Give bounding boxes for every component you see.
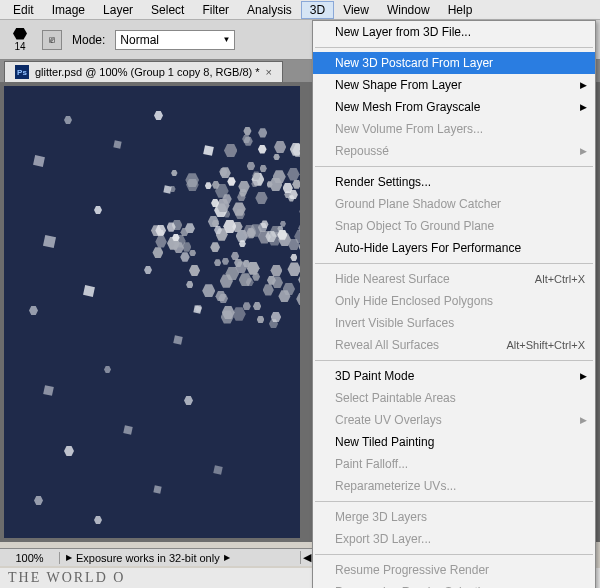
blend-mode-select[interactable]: Normal ▼ — [115, 30, 235, 50]
brush-panel-toggle[interactable]: ⎚ — [42, 30, 62, 50]
menu-item-select-paintable-areas: Select Paintable Areas — [313, 387, 595, 409]
menu-window[interactable]: Window — [378, 1, 439, 19]
menu-item-only-hide-enclosed-polygons: Only Hide Enclosed Polygons — [313, 290, 595, 312]
menu-item-new-layer-from-3d-file[interactable]: New Layer from 3D File... — [313, 21, 595, 43]
menu-item-new-shape-from-layer[interactable]: New Shape From Layer▶ — [313, 74, 595, 96]
menu-item-export-3d-layer: Export 3D Layer... — [313, 528, 595, 550]
menu-item-label: Hide Nearest Surface — [335, 272, 450, 286]
menu-item-new-volume-from-layers: New Volume From Layers... — [313, 118, 595, 140]
scroll-left-icon[interactable]: ◀ — [300, 551, 312, 564]
menu-3d[interactable]: 3D — [301, 1, 334, 19]
menu-item-label: New Tiled Painting — [335, 435, 434, 449]
glitter-dot — [43, 235, 56, 248]
brush-preset-picker[interactable]: 14 — [8, 28, 32, 52]
menu-item-label: Reveal All Surfaces — [335, 338, 439, 352]
menu-3d-dropdown: New Layer from 3D File...New 3D Postcard… — [312, 20, 596, 588]
document-tab-title: glitter.psd @ 100% (Group 1 copy 8, RGB/… — [35, 66, 260, 78]
brush-size-label: 14 — [14, 41, 25, 52]
glitter-dot — [64, 446, 74, 456]
menu-bar: EditImageLayerSelectFilterAnalysis3DView… — [0, 0, 600, 20]
submenu-arrow-icon: ▶ — [580, 371, 587, 381]
document-tab[interactable]: Ps glitter.psd @ 100% (Group 1 copy 8, R… — [4, 61, 283, 82]
glitter-dot — [94, 516, 102, 524]
menu-item-hide-nearest-surface: Hide Nearest SurfaceAlt+Ctrl+X — [313, 268, 595, 290]
glitter-dot — [163, 185, 171, 193]
glitter-dot — [213, 465, 222, 474]
submenu-arrow-icon: ▶ — [580, 80, 587, 90]
menu-shortcut: Alt+Ctrl+X — [535, 273, 585, 285]
menu-layer[interactable]: Layer — [94, 1, 142, 19]
menu-item-reparameterize-uvs: Reparameterize UVs... — [313, 475, 595, 497]
menu-select[interactable]: Select — [142, 1, 193, 19]
menu-edit[interactable]: Edit — [4, 1, 43, 19]
menu-item-label: New Mesh From Grayscale — [335, 100, 480, 114]
menu-separator — [315, 501, 593, 502]
status-bar: 100% ▶ Exposure works in 32-bit only ▶ ◀ — [0, 548, 312, 566]
glitter-dot — [123, 425, 132, 434]
hexagon-brush-icon — [13, 28, 27, 40]
menu-help[interactable]: Help — [439, 1, 482, 19]
menu-item-render-settings[interactable]: Render Settings... — [313, 171, 595, 193]
glitter-dot — [29, 306, 38, 315]
menu-analysis[interactable]: Analysis — [238, 1, 301, 19]
menu-item-label: Render Settings... — [335, 175, 431, 189]
menu-item-label: New Shape From Layer — [335, 78, 462, 92]
menu-item-label: Repoussé — [335, 144, 389, 158]
menu-separator — [315, 166, 593, 167]
menu-item-paint-falloff: Paint Falloff... — [313, 453, 595, 475]
status-message: Exposure works in 32-bit only — [76, 552, 220, 564]
menu-item-label: Paint Falloff... — [335, 457, 408, 471]
triangle-right-icon: ▶ — [224, 553, 230, 562]
menu-item-label: Create UV Overlays — [335, 413, 442, 427]
menu-item-create-uv-overlays: Create UV Overlays▶ — [313, 409, 595, 431]
menu-item-auto-hide-layers-for-performance[interactable]: Auto-Hide Layers For Performance — [313, 237, 595, 259]
status-message-area[interactable]: ▶ Exposure works in 32-bit only ▶ — [60, 552, 300, 564]
menu-item-label: Merge 3D Layers — [335, 510, 427, 524]
glitter-dot — [203, 145, 214, 156]
menu-item-merge-3d-layers: Merge 3D Layers — [313, 506, 595, 528]
glitter-dot — [184, 396, 193, 405]
menu-separator — [315, 554, 593, 555]
menu-separator — [315, 360, 593, 361]
glitter-dot — [104, 366, 111, 373]
blend-mode-value: Normal — [120, 33, 159, 47]
menu-item-label: Only Hide Enclosed Polygons — [335, 294, 493, 308]
glitter-dot — [83, 285, 95, 297]
menu-item-label: Snap Object To Ground Plane — [335, 219, 494, 233]
zoom-level[interactable]: 100% — [0, 552, 60, 564]
photoshop-file-icon: Ps — [15, 65, 29, 79]
menu-image[interactable]: Image — [43, 1, 94, 19]
menu-item-label: Auto-Hide Layers For Performance — [335, 241, 521, 255]
glitter-dot — [173, 335, 182, 344]
triangle-right-icon: ▶ — [66, 553, 72, 562]
glitter-dot — [113, 140, 121, 148]
menu-item-label: 3D Paint Mode — [335, 369, 414, 383]
menu-item-invert-visible-surfaces: Invert Visible Surfaces — [313, 312, 595, 334]
chevron-down-icon: ▼ — [222, 35, 230, 44]
menu-shortcut: Alt+Shift+Ctrl+X — [506, 339, 585, 351]
menu-item-new-3d-postcard-from-layer[interactable]: New 3D Postcard From Layer — [313, 52, 595, 74]
glitter-dot — [33, 155, 45, 167]
menu-item-resume-progressive-render: Resume Progressive Render — [313, 559, 595, 581]
submenu-arrow-icon: ▶ — [580, 415, 587, 425]
close-icon[interactable]: × — [266, 66, 272, 78]
menu-item-label: New Volume From Layers... — [335, 122, 483, 136]
menu-filter[interactable]: Filter — [193, 1, 238, 19]
glitter-dot — [64, 116, 72, 124]
menu-item-label: Reparameterize UVs... — [335, 479, 456, 493]
menu-item-progressive-render-selection: Progressive Render Selection — [313, 581, 595, 588]
menu-item-reveal-all-surfaces: Reveal All SurfacesAlt+Shift+Ctrl+X — [313, 334, 595, 356]
menu-item-label: Select Paintable Areas — [335, 391, 456, 405]
menu-item-label: New Layer from 3D File... — [335, 25, 471, 39]
submenu-arrow-icon: ▶ — [580, 146, 587, 156]
menu-item-new-mesh-from-grayscale[interactable]: New Mesh From Grayscale▶ — [313, 96, 595, 118]
menu-item-new-tiled-painting[interactable]: New Tiled Painting — [313, 431, 595, 453]
menu-item-ground-plane-shadow-catcher: Ground Plane Shadow Catcher — [313, 193, 595, 215]
glitter-dot — [193, 305, 201, 313]
menu-item-3d-paint-mode[interactable]: 3D Paint Mode▶ — [313, 365, 595, 387]
menu-separator — [315, 47, 593, 48]
document-canvas[interactable] — [4, 86, 300, 538]
menu-item-label: Invert Visible Surfaces — [335, 316, 454, 330]
menu-separator — [315, 263, 593, 264]
menu-view[interactable]: View — [334, 1, 378, 19]
